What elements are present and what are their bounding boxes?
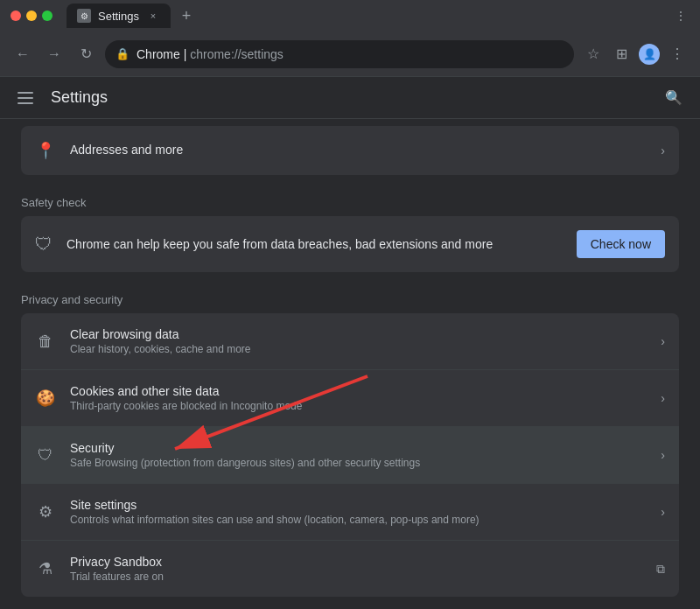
cookies-chevron-icon: › [661, 391, 665, 405]
cookies-content: Cookies and other site data Third-party … [70, 384, 647, 412]
address-bar[interactable]: 🔒 Chrome | chrome://settings [105, 40, 574, 68]
main-content: 📍 Addresses and more › Safety check 🛡 Ch… [0, 119, 700, 609]
site-settings-content: Site settings Controls what information … [70, 498, 647, 526]
cookies-subtitle: Third-party cookies are blocked in Incog… [70, 400, 647, 412]
hamburger-menu[interactable] [14, 88, 37, 108]
external-link-icon: ⧉ [656, 562, 665, 577]
active-tab[interactable]: ⚙ Settings × [66, 4, 171, 28]
page-title: Settings [51, 88, 648, 107]
privacy-section-label: Privacy and security [21, 279, 679, 313]
security-subtitle: Safe Browsing (protection from dangerous… [70, 457, 647, 469]
safety-check-card: 🛡 Chrome can help keep you safe from dat… [21, 216, 679, 272]
tab-bar: ⚙ Settings × + [66, 4, 665, 28]
lock-icon: 🔒 [116, 47, 130, 60]
tab-close-button[interactable]: × [146, 9, 160, 23]
cookies-title: Cookies and other site data [70, 384, 647, 398]
reload-icon: ↻ [80, 46, 92, 62]
addressbar: ← → ↻ 🔒 Chrome | chrome://settings ☆ ⊞ 👤… [0, 32, 700, 77]
clear-browsing-title: Clear browsing data [70, 327, 647, 341]
addresses-chevron-icon: › [661, 144, 665, 158]
security-chevron-icon: › [661, 448, 665, 462]
reload-button[interactable]: ↻ [74, 42, 98, 66]
address-separator: | [180, 47, 190, 61]
site-settings-chevron-icon: › [661, 505, 665, 519]
extensions-icon[interactable]: ⊞ [609, 42, 634, 66]
avatar: 👤 [639, 44, 660, 65]
cookie-icon: 🍪 [35, 388, 56, 409]
clear-browsing-content: Clear browsing data Clear history, cooki… [70, 327, 647, 355]
toolbar-icons: ☆ ⊞ 👤 ⋮ [581, 42, 690, 66]
location-icon: 📍 [35, 140, 56, 161]
back-button[interactable]: ← [10, 42, 35, 66]
close-button[interactable] [10, 10, 21, 21]
security-content: Security Safe Browsing (protection from … [70, 441, 647, 469]
address-text: Chrome | chrome://settings [136, 47, 564, 61]
back-icon: ← [16, 46, 30, 62]
hamburger-line [18, 102, 33, 104]
addresses-content: Addresses and more [70, 143, 647, 158]
minimize-button[interactable] [26, 10, 37, 21]
address-domain: Chrome [136, 47, 180, 61]
privacy-sandbox-title: Privacy Sandbox [70, 555, 642, 569]
privacy-sandbox-content: Privacy Sandbox Trial features are on [70, 555, 642, 583]
site-settings-title: Site settings [70, 498, 647, 512]
addresses-card: 📍 Addresses and more › [21, 126, 679, 175]
bookmark-icon[interactable]: ☆ [581, 42, 606, 66]
site-settings-item[interactable]: ⚙ Site settings Controls what informatio… [21, 484, 679, 541]
sliders-icon: ⚙ [35, 501, 56, 522]
hamburger-line [18, 97, 33, 99]
security-title: Security [70, 441, 647, 455]
address-path: chrome://settings [190, 47, 284, 61]
settings-header: Settings 🔍 [0, 77, 700, 119]
shield-icon: 🛡 [35, 234, 52, 255]
safety-check-label: Safety check [21, 182, 679, 216]
clear-browsing-subtitle: Clear history, cookies, cache and more [70, 343, 647, 355]
new-tab-button[interactable]: + [174, 4, 199, 28]
forward-button[interactable]: → [42, 42, 66, 66]
addresses-title: Addresses and more [70, 143, 647, 157]
addresses-item[interactable]: 📍 Addresses and more › [21, 126, 679, 175]
chrome-menu-button[interactable]: ⋮ [665, 42, 690, 66]
titlebar: ⚙ Settings × + ⋮ [0, 0, 700, 32]
clear-browsing-chevron-icon: › [661, 334, 665, 348]
tab-title: Settings [98, 10, 139, 23]
hamburger-line [18, 92, 33, 94]
safety-check-description: Chrome can help keep you safe from data … [66, 237, 563, 251]
security-shield-icon: 🛡 [35, 444, 56, 466]
check-now-button[interactable]: Check now [577, 230, 665, 258]
chrome-menu-icon[interactable]: ⋮ [672, 7, 690, 24]
maximize-button[interactable] [42, 10, 52, 21]
trash-icon: 🗑 [35, 331, 56, 352]
titlebar-right: ⋮ [672, 7, 690, 24]
cookies-item[interactable]: 🍪 Cookies and other site data Third-part… [21, 370, 679, 427]
site-settings-subtitle: Controls what information sites can use … [70, 514, 647, 526]
tab-favicon: ⚙ [77, 9, 91, 23]
forward-icon: → [47, 46, 61, 62]
profile-icon[interactable]: 👤 [637, 42, 662, 66]
clear-browsing-data-item[interactable]: 🗑 Clear browsing data Clear history, coo… [21, 313, 679, 370]
privacy-security-card: 🗑 Clear browsing data Clear history, coo… [21, 313, 679, 597]
privacy-sandbox-item[interactable]: ⚗ Privacy Sandbox Trial features are on … [21, 541, 679, 597]
privacy-sandbox-subtitle: Trial features are on [70, 570, 642, 583]
flask-icon: ⚗ [35, 558, 56, 579]
search-button[interactable]: 🔍 [662, 86, 686, 110]
traffic-lights [10, 10, 52, 21]
security-item[interactable]: 🛡 Security Safe Browsing (protection fro… [21, 427, 679, 484]
